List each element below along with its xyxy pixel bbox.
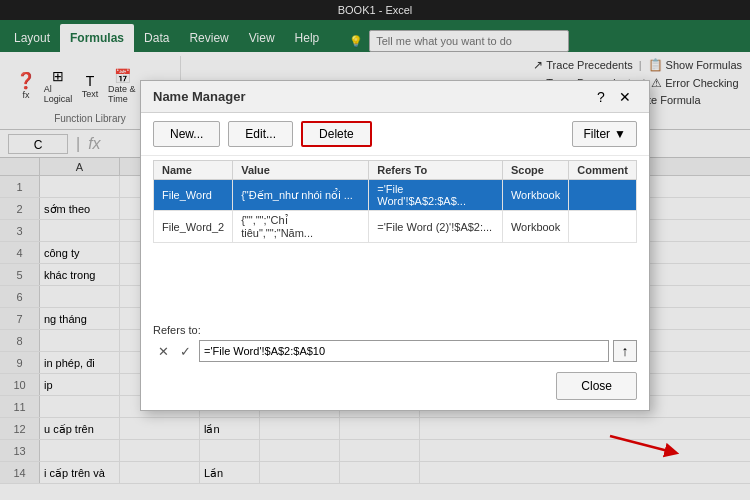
- names-table: Name Value Refers To Scope Comment File_…: [153, 160, 637, 243]
- delete-button[interactable]: Delete: [301, 121, 372, 147]
- dialog-title-bar: Name Manager ? ✕: [141, 81, 649, 113]
- row-refers-to: ='File Word'!$A$2:$A$...: [369, 180, 503, 211]
- names-table-wrap: Name Value Refers To Scope Comment File_…: [141, 156, 649, 316]
- col-header-refers-to: Refers To: [369, 161, 503, 180]
- svg-line-1: [610, 436, 672, 452]
- dialog-title: Name Manager: [153, 89, 589, 104]
- row-name: File_Word: [154, 180, 233, 211]
- refers-to-section: Refers to: ✕ ✓ ↑: [141, 316, 649, 362]
- refers-collapse-button[interactable]: ↑: [613, 340, 637, 362]
- filter-chevron-icon: ▼: [614, 127, 626, 141]
- col-header-comment: Comment: [569, 161, 637, 180]
- col-header-name: Name: [154, 161, 233, 180]
- row-scope: Workbook: [502, 180, 568, 211]
- refers-confirm-icon[interactable]: ✓: [175, 341, 195, 361]
- row-value: {"","";"Chỉ tiêu","";"Năm...: [233, 211, 369, 243]
- row-comment: [569, 211, 637, 243]
- dialog-close-icon-button[interactable]: ✕: [613, 85, 637, 109]
- name-manager-dialog: Name Manager ? ✕ New... Edit... Delete F…: [140, 80, 650, 411]
- dialog-toolbar: New... Edit... Delete Filter ▼: [141, 113, 649, 156]
- close-button[interactable]: Close: [556, 372, 637, 400]
- table-row[interactable]: File_Word_2 {"","";"Chỉ tiêu","";"Năm...…: [154, 211, 637, 243]
- arrow-svg: [600, 426, 690, 462]
- refers-icons: ✕ ✓: [153, 341, 195, 361]
- refers-to-input[interactable]: [199, 340, 609, 362]
- col-header-value: Value: [233, 161, 369, 180]
- row-value: {"Đếm_như nhói nổi ...: [233, 180, 369, 211]
- row-scope: Workbook: [502, 211, 568, 243]
- refers-to-label: Refers to:: [153, 324, 637, 336]
- new-button[interactable]: New...: [153, 121, 220, 147]
- row-comment: [569, 180, 637, 211]
- row-name: File_Word_2: [154, 211, 233, 243]
- col-header-scope: Scope: [502, 161, 568, 180]
- arrow-annotation: [600, 426, 690, 466]
- table-row[interactable]: File_Word {"Đếm_như nhói nổi ... ='File …: [154, 180, 637, 211]
- dialog-help-button[interactable]: ?: [589, 85, 613, 109]
- refers-cancel-icon[interactable]: ✕: [153, 341, 173, 361]
- row-refers-to: ='File Word (2)'!$A$2:...: [369, 211, 503, 243]
- dialog-footer: Close: [141, 362, 649, 410]
- edit-button[interactable]: Edit...: [228, 121, 293, 147]
- filter-button[interactable]: Filter ▼: [572, 121, 637, 147]
